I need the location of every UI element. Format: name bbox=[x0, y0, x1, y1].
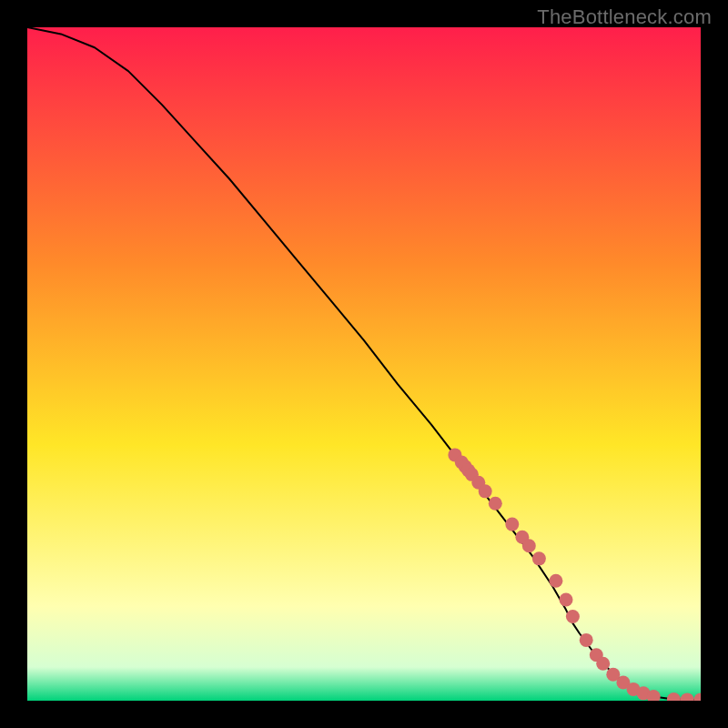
gradient-background bbox=[27, 27, 701, 701]
highlight-marker bbox=[580, 633, 593, 647]
highlight-marker bbox=[596, 657, 610, 671]
highlight-marker bbox=[566, 610, 580, 623]
highlight-marker bbox=[549, 574, 562, 588]
chart-frame: TheBottleneck.com bbox=[0, 0, 728, 728]
watermark-text: TheBottleneck.com bbox=[537, 5, 712, 29]
chart-svg bbox=[27, 27, 701, 701]
highlight-marker bbox=[522, 539, 536, 552]
highlight-marker bbox=[479, 484, 492, 498]
highlight-marker bbox=[560, 593, 573, 607]
plot-area bbox=[27, 27, 701, 701]
highlight-marker bbox=[489, 497, 502, 511]
highlight-marker bbox=[532, 551, 546, 565]
highlight-marker bbox=[505, 518, 519, 531]
